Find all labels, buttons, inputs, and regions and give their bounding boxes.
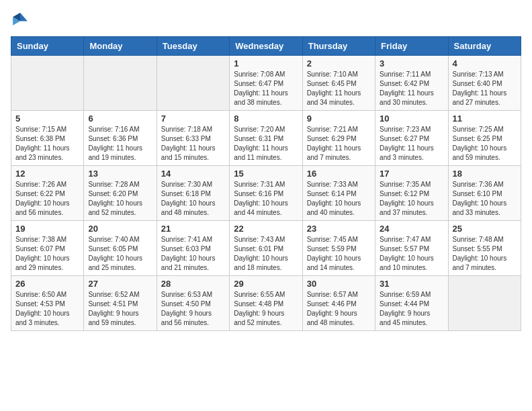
calendar-cell: 21Sunrise: 7:41 AM Sunset: 6:03 PM Dayli…	[157, 221, 229, 276]
calendar-header-sunday: Sunday	[11, 37, 84, 56]
calendar-header-friday: Friday	[375, 37, 448, 56]
calendar-cell: 10Sunrise: 7:23 AM Sunset: 6:27 PM Dayli…	[375, 111, 448, 166]
day-info: Sunrise: 7:48 AM Sunset: 5:55 PM Dayligh…	[453, 235, 517, 273]
day-info: Sunrise: 7:16 AM Sunset: 6:36 PM Dayligh…	[88, 125, 152, 163]
day-number: 29	[234, 279, 298, 289]
calendar-cell: 3Sunrise: 7:11 AM Sunset: 6:42 PM Daylig…	[375, 56, 448, 111]
calendar-cell: 1Sunrise: 7:08 AM Sunset: 6:47 PM Daylig…	[230, 56, 302, 111]
day-number: 2	[307, 58, 371, 68]
calendar-cell: 6Sunrise: 7:16 AM Sunset: 6:36 PM Daylig…	[84, 111, 157, 166]
day-info: Sunrise: 7:36 AM Sunset: 6:10 PM Dayligh…	[453, 180, 517, 218]
day-number: 5	[15, 113, 79, 124]
calendar-cell: 2Sunrise: 7:10 AM Sunset: 6:45 PM Daylig…	[302, 56, 375, 111]
day-number: 10	[380, 113, 443, 124]
day-number: 21	[161, 224, 225, 234]
header	[11, 11, 521, 30]
day-number: 13	[88, 169, 152, 179]
day-info: Sunrise: 6:50 AM Sunset: 4:53 PM Dayligh…	[15, 290, 79, 328]
day-info: Sunrise: 7:25 AM Sunset: 6:25 PM Dayligh…	[453, 125, 517, 163]
calendar-cell: 26Sunrise: 6:50 AM Sunset: 4:53 PM Dayli…	[11, 276, 84, 331]
calendar-cell: 11Sunrise: 7:25 AM Sunset: 6:25 PM Dayli…	[448, 111, 521, 166]
calendar-week-row: 12Sunrise: 7:26 AM Sunset: 6:22 PM Dayli…	[11, 166, 521, 221]
day-number: 27	[88, 279, 152, 289]
day-number: 19	[15, 224, 79, 234]
day-number: 3	[380, 58, 443, 68]
calendar-cell: 30Sunrise: 6:57 AM Sunset: 4:46 PM Dayli…	[302, 276, 375, 331]
day-number: 28	[161, 279, 225, 289]
day-info: Sunrise: 6:57 AM Sunset: 4:46 PM Dayligh…	[307, 290, 371, 328]
day-number: 22	[234, 224, 298, 234]
calendar-cell: 12Sunrise: 7:26 AM Sunset: 6:22 PM Dayli…	[11, 166, 84, 221]
calendar-cell: 29Sunrise: 6:55 AM Sunset: 4:48 PM Dayli…	[230, 276, 302, 331]
day-info: Sunrise: 6:52 AM Sunset: 4:51 PM Dayligh…	[88, 290, 152, 328]
calendar-cell: 31Sunrise: 6:59 AM Sunset: 4:44 PM Dayli…	[375, 276, 448, 331]
calendar-header-wednesday: Wednesday	[230, 37, 302, 56]
day-number: 17	[380, 169, 443, 179]
calendar-week-row: 5Sunrise: 7:15 AM Sunset: 6:38 PM Daylig…	[11, 111, 521, 166]
calendar-cell: 15Sunrise: 7:31 AM Sunset: 6:16 PM Dayli…	[230, 166, 302, 221]
day-info: Sunrise: 7:41 AM Sunset: 6:03 PM Dayligh…	[161, 235, 225, 273]
calendar-cell: 20Sunrise: 7:40 AM Sunset: 6:05 PM Dayli…	[84, 221, 157, 276]
day-info: Sunrise: 7:28 AM Sunset: 6:20 PM Dayligh…	[88, 180, 152, 218]
day-number: 24	[380, 224, 443, 234]
logo	[11, 11, 32, 30]
day-info: Sunrise: 7:13 AM Sunset: 6:40 PM Dayligh…	[453, 70, 517, 107]
day-number: 25	[453, 224, 517, 234]
day-info: Sunrise: 7:47 AM Sunset: 5:57 PM Dayligh…	[380, 235, 443, 273]
day-number: 6	[88, 113, 152, 124]
calendar-week-row: 19Sunrise: 7:38 AM Sunset: 6:07 PM Dayli…	[11, 221, 521, 276]
day-info: Sunrise: 7:20 AM Sunset: 6:31 PM Dayligh…	[234, 125, 298, 163]
day-number: 1	[234, 58, 298, 68]
calendar-cell	[448, 276, 521, 331]
calendar-cell: 9Sunrise: 7:21 AM Sunset: 6:29 PM Daylig…	[302, 111, 375, 166]
calendar-cell: 22Sunrise: 7:43 AM Sunset: 6:01 PM Dayli…	[230, 221, 302, 276]
calendar-cell: 5Sunrise: 7:15 AM Sunset: 6:38 PM Daylig…	[11, 111, 84, 166]
day-number: 4	[453, 58, 517, 68]
calendar-cell: 25Sunrise: 7:48 AM Sunset: 5:55 PM Dayli…	[448, 221, 521, 276]
calendar-cell: 24Sunrise: 7:47 AM Sunset: 5:57 PM Dayli…	[375, 221, 448, 276]
day-info: Sunrise: 7:38 AM Sunset: 6:07 PM Dayligh…	[15, 235, 79, 273]
day-number: 26	[15, 279, 79, 289]
logo-icon	[11, 11, 30, 30]
day-info: Sunrise: 7:40 AM Sunset: 6:05 PM Dayligh…	[88, 235, 152, 273]
calendar-cell: 19Sunrise: 7:38 AM Sunset: 6:07 PM Dayli…	[11, 221, 84, 276]
calendar-table: SundayMondayTuesdayWednesdayThursdayFrid…	[11, 36, 521, 331]
day-info: Sunrise: 7:23 AM Sunset: 6:27 PM Dayligh…	[380, 125, 443, 163]
calendar-cell: 7Sunrise: 7:18 AM Sunset: 6:33 PM Daylig…	[157, 111, 229, 166]
day-info: Sunrise: 7:33 AM Sunset: 6:14 PM Dayligh…	[307, 180, 371, 218]
calendar-cell: 27Sunrise: 6:52 AM Sunset: 4:51 PM Dayli…	[84, 276, 157, 331]
day-info: Sunrise: 7:08 AM Sunset: 6:47 PM Dayligh…	[234, 70, 298, 107]
day-info: Sunrise: 6:59 AM Sunset: 4:44 PM Dayligh…	[380, 290, 443, 328]
day-info: Sunrise: 7:15 AM Sunset: 6:38 PM Dayligh…	[15, 125, 79, 163]
calendar-header-thursday: Thursday	[302, 37, 375, 56]
day-number: 31	[380, 279, 443, 289]
day-number: 8	[234, 113, 298, 124]
calendar-cell: 16Sunrise: 7:33 AM Sunset: 6:14 PM Dayli…	[302, 166, 375, 221]
day-info: Sunrise: 6:53 AM Sunset: 4:50 PM Dayligh…	[161, 290, 225, 328]
calendar-cell: 28Sunrise: 6:53 AM Sunset: 4:50 PM Dayli…	[157, 276, 229, 331]
day-number: 23	[307, 224, 371, 234]
day-number: 14	[161, 169, 225, 179]
calendar-cell: 14Sunrise: 7:30 AM Sunset: 6:18 PM Dayli…	[157, 166, 229, 221]
day-info: Sunrise: 7:35 AM Sunset: 6:12 PM Dayligh…	[380, 180, 443, 218]
day-info: Sunrise: 6:55 AM Sunset: 4:48 PM Dayligh…	[234, 290, 298, 328]
day-number: 12	[15, 169, 79, 179]
calendar-cell: 23Sunrise: 7:45 AM Sunset: 5:59 PM Dayli…	[302, 221, 375, 276]
calendar-cell	[11, 56, 84, 111]
day-number: 9	[307, 113, 371, 124]
calendar-week-row: 26Sunrise: 6:50 AM Sunset: 4:53 PM Dayli…	[11, 276, 521, 331]
day-number: 7	[161, 113, 225, 124]
day-info: Sunrise: 7:21 AM Sunset: 6:29 PM Dayligh…	[307, 125, 371, 163]
day-info: Sunrise: 7:10 AM Sunset: 6:45 PM Dayligh…	[307, 70, 371, 107]
day-info: Sunrise: 7:45 AM Sunset: 5:59 PM Dayligh…	[307, 235, 371, 273]
calendar-cell	[157, 56, 229, 111]
day-number: 30	[307, 279, 371, 289]
calendar-header-monday: Monday	[84, 37, 157, 56]
calendar-cell: 8Sunrise: 7:20 AM Sunset: 6:31 PM Daylig…	[230, 111, 302, 166]
day-info: Sunrise: 7:26 AM Sunset: 6:22 PM Dayligh…	[15, 180, 79, 218]
day-info: Sunrise: 7:11 AM Sunset: 6:42 PM Dayligh…	[380, 70, 443, 107]
calendar-cell: 13Sunrise: 7:28 AM Sunset: 6:20 PM Dayli…	[84, 166, 157, 221]
day-info: Sunrise: 7:18 AM Sunset: 6:33 PM Dayligh…	[161, 125, 225, 163]
calendar-header-saturday: Saturday	[448, 37, 521, 56]
day-number: 16	[307, 169, 371, 179]
